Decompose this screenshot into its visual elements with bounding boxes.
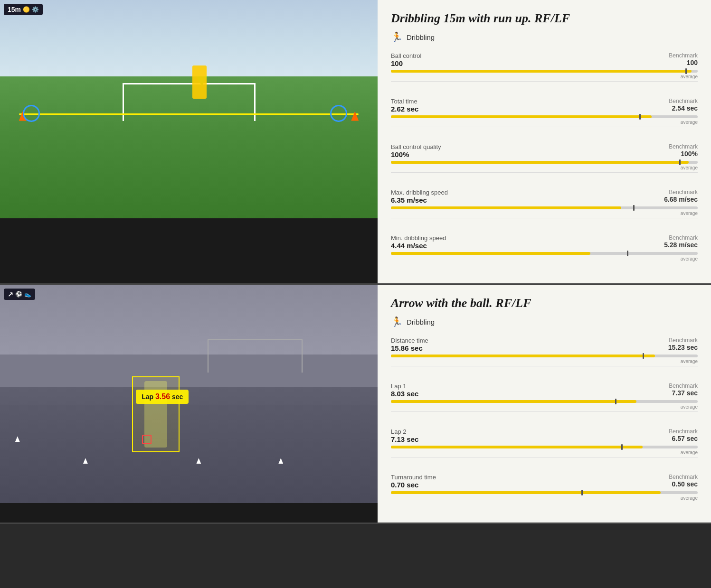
metric-value-1: 8.03 sec	[391, 390, 669, 398]
metric-progress-fill-4	[391, 252, 590, 255]
metric-name-3: Turnaround time	[391, 474, 669, 481]
metric-progress-marker-2	[679, 159, 681, 165]
lap-overlay: Lap 3.56 sec	[136, 390, 189, 404]
metric-benchmark-label-0: Benchmark	[668, 337, 698, 344]
metric-progress-fill-2	[391, 161, 689, 164]
metric-row-1: Lap 1 8.03 sec Benchmark 7.37 sec averag…	[391, 383, 698, 420]
badge-icon-2: ⚙️	[32, 6, 39, 13]
metric-progress-0	[391, 69, 698, 73]
metric-progress-1	[391, 400, 698, 403]
metric-row-1: Total time 2.62 sec Benchmark 2.54 sec a…	[391, 98, 698, 135]
metric-progress-marker-2	[621, 444, 623, 450]
metric-benchmark-value-3: 0.50 sec	[669, 480, 698, 488]
metric-row-4: Min. dribbling speed 4.44 m/sec Benchmar…	[391, 234, 698, 263]
metric-value-3: 6.35 m/sec	[391, 196, 664, 204]
metric-benchmark-value-1: 7.37 sec	[669, 389, 698, 397]
metric-progress-fill-2	[391, 446, 643, 448]
goal-post	[123, 83, 256, 121]
metric-benchmark-label-2: Benchmark	[669, 428, 698, 435]
metric-benchmark-label-1: Benchmark	[669, 98, 698, 104]
metric-progress-1	[391, 115, 698, 119]
metric-average-label-1: average	[391, 120, 698, 125]
lap-unit: sec	[170, 393, 183, 401]
buildings-bg	[0, 355, 378, 387]
bottom-video: Lap 3.56 sec ↗ ⚽ 👟	[0, 285, 378, 503]
metric-name-2: Lap 2	[391, 428, 669, 435]
metric-row-0: Distance time 15.86 sec Benchmark 15.23 …	[391, 337, 698, 374]
metric-benchmark-value-3: 6.68 m/sec	[664, 196, 698, 203]
metric-row-3: Max. dribbling speed 6.35 m/sec Benchmar…	[391, 189, 698, 226]
top-video-panel: 15m 🟡 ⚙️	[0, 0, 378, 283]
metric-name-2: Ball control quality	[391, 143, 669, 150]
metric-benchmark-value-0: 100	[669, 59, 698, 66]
bottom-metrics-container: Distance time 15.86 sec Benchmark 15.23 …	[391, 337, 698, 503]
metric-progress-marker-3	[633, 205, 635, 211]
arrow-badge-icon-2: 👟	[24, 291, 31, 298]
bottom-category-badge: 🏃 Dribbling	[391, 316, 698, 327]
bottom-category-label: Dribbling	[407, 318, 435, 326]
metric-benchmark-value-1: 2.54 sec	[669, 104, 698, 112]
right-target	[330, 105, 347, 122]
metric-average-label-0: average	[391, 74, 698, 79]
arrow-badge-icon-1: ⚽	[15, 291, 22, 298]
metric-name-3: Max. dribbling speed	[391, 189, 664, 196]
metric-average-label-1: average	[391, 404, 698, 410]
distance-badge: 15m 🟡 ⚙️	[4, 4, 43, 15]
bottom-stats-panel: Arrow with the ball. RF/LF 🏃 Dribbling D…	[378, 285, 711, 523]
bottom-section: Lap 3.56 sec ↗ ⚽ 👟 Arrow with the ball. …	[0, 285, 711, 524]
bottom-video-panel: Lap 3.56 sec ↗ ⚽ 👟	[0, 285, 378, 523]
bottom-exercise-title: Arrow with the ball. RF/LF	[391, 296, 698, 310]
metric-progress-fill-3	[391, 206, 621, 209]
metric-progress-marker-0	[685, 68, 687, 74]
top-section: 15m 🟡 ⚙️ Dribbling 15m with run up. RF/L…	[0, 0, 711, 285]
metric-benchmark-label-4: Benchmark	[664, 234, 698, 241]
badge-icon-1: 🟡	[23, 6, 30, 13]
bottom-goal	[208, 339, 303, 373]
metric-progress-3	[391, 491, 698, 495]
metric-row-2: Lap 2 7.13 sec Benchmark 6.57 sec averag…	[391, 428, 698, 465]
left-target	[23, 105, 40, 122]
metric-average-label-2: average	[391, 450, 698, 455]
metric-name-0: Ball control	[391, 52, 669, 59]
ball-indicator	[142, 435, 152, 444]
metric-progress-4	[391, 252, 698, 255]
top-category-label: Dribbling	[407, 33, 435, 41]
metric-average-label-3: average	[391, 495, 698, 501]
top-video: 15m 🟡 ⚙️	[0, 0, 378, 218]
player-figure-top	[192, 65, 207, 99]
metric-progress-marker-1	[639, 114, 641, 120]
metric-progress-3	[391, 206, 698, 210]
metric-progress-marker-4	[627, 251, 628, 256]
badge-label: 15m	[8, 6, 21, 13]
metric-benchmark-value-4: 5.28 m/sec	[664, 241, 698, 249]
metric-row-2: Ball control quality 100% Benchmark 100%…	[391, 143, 698, 180]
top-stats-panel: Dribbling 15m with run up. RF/LF 🏃 Dribb…	[378, 0, 711, 283]
top-category-badge: 🏃 Dribbling	[391, 31, 698, 43]
metric-progress-marker-3	[581, 490, 583, 495]
metric-benchmark-value-2: 100%	[669, 150, 698, 158]
metric-name-1: Total time	[391, 98, 669, 105]
metric-average-label-3: average	[391, 211, 698, 216]
metric-progress-2	[391, 160, 698, 164]
metric-name-4: Min. dribbling speed	[391, 234, 664, 242]
metric-value-0: 100	[391, 59, 669, 67]
dribbling-icon-bottom: 🏃	[391, 316, 403, 327]
metric-progress-2	[391, 445, 698, 449]
metric-name-0: Distance time	[391, 337, 668, 344]
metric-row-3: Turnaround time 0.70 sec Benchmark 0.50 …	[391, 474, 698, 503]
metric-progress-fill-0	[391, 70, 692, 73]
metric-benchmark-label-3: Benchmark	[669, 474, 698, 480]
metric-row-0: Ball control 100 Benchmark 100 average	[391, 52, 698, 89]
dribbling-icon-top: 🏃	[391, 31, 403, 43]
player-detection-box	[132, 376, 180, 452]
metric-progress-marker-1	[615, 399, 616, 404]
arrow-badge-label: ↗	[8, 290, 13, 298]
metric-progress-fill-1	[391, 400, 636, 403]
metric-benchmark-label-0: Benchmark	[669, 52, 698, 59]
metric-value-3: 0.70 sec	[391, 481, 669, 489]
lap-time: 3.56	[155, 392, 170, 401]
metric-benchmark-value-0: 15.23 sec	[668, 344, 698, 351]
metric-benchmark-value-2: 6.57 sec	[669, 435, 698, 442]
sky-bg	[0, 0, 378, 87]
metric-value-2: 100%	[391, 150, 669, 159]
